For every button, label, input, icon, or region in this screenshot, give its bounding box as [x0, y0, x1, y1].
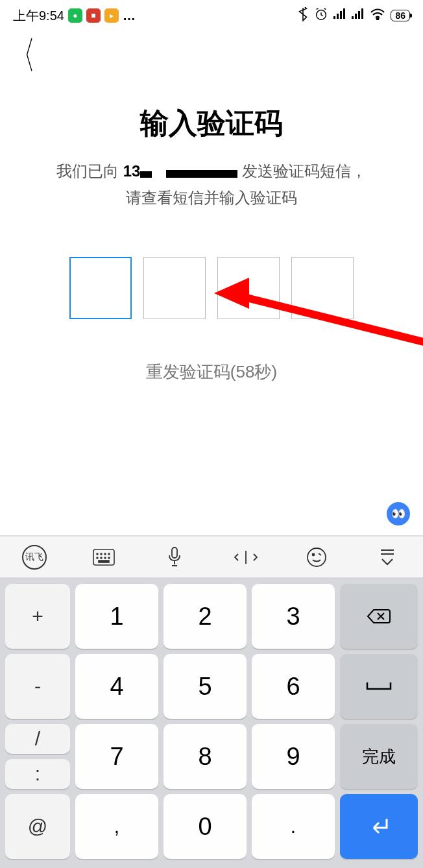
svg-rect-7: [358, 11, 360, 19]
svg-point-15: [97, 557, 98, 559]
key-8[interactable]: 8: [163, 724, 247, 789]
otp-digit-1[interactable]: [69, 257, 132, 319]
status-time: 上午9:54: [13, 7, 64, 25]
keyboard-switch-icon[interactable]: [90, 544, 117, 571]
svg-rect-5: [352, 16, 354, 19]
desc-prefix: 我们已向: [56, 162, 123, 180]
svg-point-12: [101, 553, 102, 555]
suggestion-strip: [0, 497, 423, 536]
svg-rect-2: [337, 14, 339, 19]
status-bar: 上午9:54 ● ■ ▸ … 86: [0, 0, 423, 27]
bluetooth-icon: [297, 7, 309, 25]
app-icon-orange: ▸: [104, 8, 119, 23]
mic-icon[interactable]: [161, 544, 188, 571]
key-5[interactable]: 5: [163, 654, 247, 719]
key-comma[interactable]: ,: [75, 794, 158, 859]
key-2[interactable]: 2: [163, 584, 247, 649]
collapse-keyboard-icon[interactable]: [374, 544, 401, 571]
resend-countdown: 58: [236, 362, 255, 381]
key-backspace[interactable]: [340, 584, 418, 649]
status-right: 86: [297, 7, 410, 25]
signal-2-icon: [352, 8, 365, 23]
wifi-icon: [370, 8, 385, 23]
desc-line2: 请查看短信并输入验证码: [126, 189, 297, 206]
status-left: 上午9:54 ● ■ ▸ …: [13, 7, 136, 25]
key-0[interactable]: 0: [163, 794, 247, 859]
key-3[interactable]: 3: [252, 584, 335, 649]
svg-rect-4: [343, 8, 345, 19]
svg-point-11: [97, 553, 98, 555]
key-minus[interactable]: -: [5, 654, 70, 719]
keyboard-toolbar: 讯飞: [0, 536, 423, 577]
svg-point-18: [108, 557, 110, 559]
key-9[interactable]: 9: [252, 724, 335, 789]
page-title: 输入验证码: [0, 104, 423, 143]
key-1[interactable]: 1: [75, 584, 158, 649]
svg-rect-3: [340, 11, 342, 19]
numeric-keypad: + 1 2 3 - 4 5 6 / : 7 8 9 完成 @ , 0 .: [0, 577, 423, 868]
app-icon-red: ■: [86, 8, 101, 23]
app-icon-green: ●: [68, 8, 82, 23]
svg-point-16: [101, 557, 102, 559]
otp-digit-4[interactable]: [291, 257, 354, 319]
svg-rect-1: [333, 16, 335, 19]
phone-visible-digits: 13: [123, 162, 141, 180]
otp-input-row: [0, 257, 423, 319]
cursor-move-icon[interactable]: [232, 544, 260, 571]
battery-icon: 86: [391, 10, 410, 21]
resend-text: 重发验证码(58秒): [0, 361, 423, 383]
ime-logo-button[interactable]: 讯飞: [22, 545, 47, 570]
svg-rect-20: [172, 548, 177, 558]
key-period[interactable]: .: [252, 794, 335, 859]
emoji-icon[interactable]: [303, 544, 330, 571]
key-colon[interactable]: :: [5, 759, 70, 789]
key-space[interactable]: [340, 654, 418, 719]
signal-1-icon: [333, 8, 346, 23]
page-description: 我们已向 13 发送验证码短信， 请查看短信并输入验证码: [19, 158, 404, 211]
key-done[interactable]: 完成: [340, 724, 418, 789]
key-slash[interactable]: /: [5, 724, 70, 754]
otp-digit-2[interactable]: [143, 257, 206, 319]
desc-suffix: 发送验证码短信，: [237, 162, 367, 180]
svg-rect-19: [99, 561, 109, 562]
key-4[interactable]: 4: [75, 654, 158, 719]
key-return[interactable]: [340, 794, 418, 859]
svg-point-23: [312, 553, 314, 555]
svg-point-9: [377, 18, 379, 19]
key-plus[interactable]: +: [5, 584, 70, 649]
phone-masked: [140, 167, 237, 178]
emoji-suggestion[interactable]: 👀: [387, 502, 410, 525]
svg-point-22: [308, 548, 326, 566]
key-7[interactable]: 7: [75, 724, 158, 789]
back-button[interactable]: 〈: [12, 30, 35, 81]
key-6[interactable]: 6: [252, 654, 335, 719]
alarm-icon: [314, 7, 328, 25]
svg-point-14: [108, 553, 110, 555]
svg-point-17: [104, 557, 106, 559]
svg-rect-8: [361, 8, 363, 19]
otp-digit-3[interactable]: [217, 257, 280, 319]
key-at[interactable]: @: [5, 794, 70, 859]
svg-rect-6: [355, 14, 357, 19]
nav-bar: 〈: [0, 27, 423, 72]
svg-point-13: [104, 553, 106, 555]
more-dots-icon: …: [123, 8, 136, 23]
